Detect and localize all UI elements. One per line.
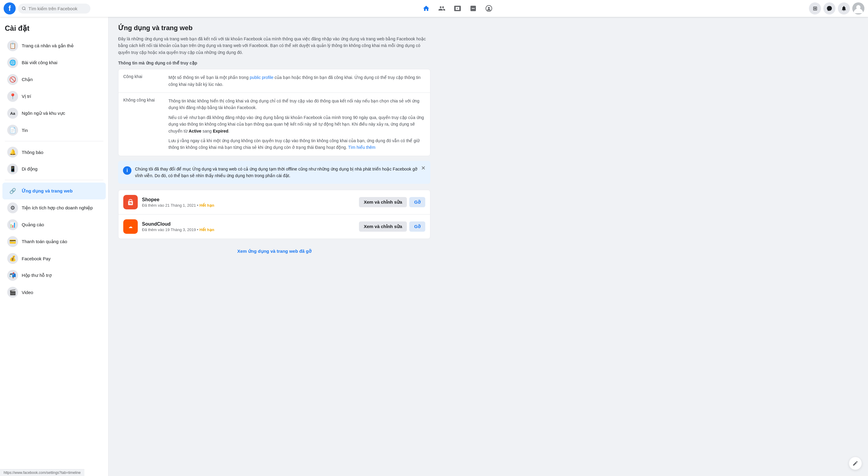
user-avatar[interactable] [852,2,864,14]
friends-icon [438,5,445,12]
sidebar-item-hop-thu[interactable]: 📬 Hộp thư hỗ trợ [2,267,106,284]
soundcloud-view-button[interactable]: Xem và chỉnh sửa [359,221,407,232]
home-icon [423,5,430,12]
close-banner-button[interactable]: ✕ [420,164,427,172]
avatar-image [852,2,864,14]
shopee-view-button[interactable]: Xem và chỉnh sửa [359,197,407,207]
ngon-ngu-icon: Aa [7,108,18,119]
sidebar-divider-2 [5,180,103,180]
ung-dung-label: Ứng dụng và trang web [22,188,73,194]
notifications-btn[interactable] [838,2,850,14]
marketplace-icon [470,5,477,12]
trang-ca-nhan-label: Trang cá nhân và gắn thẻ [22,43,73,49]
section-label: Thông tin mà ứng dụng có thể truy cập [118,61,430,65]
soundcloud-date: Đã thêm vào 19 Tháng 3, 2019 • Hết hạn [142,227,355,232]
sidebar-item-ung-dung[interactable]: 🔗 Ứng dụng và trang web [2,183,106,199]
info-row-public-content: Một số thông tin về bạn là một phần tron… [164,69,430,93]
thanh-toan-icon: 💳 [7,236,18,247]
tin-label: Tin [22,128,28,133]
shopee-icon: 🛍 [123,195,138,210]
shopee-logo: 🛍 [126,198,135,207]
page-description: Đây là những ứng dụng và trang web bạn đ… [118,36,430,56]
bell-icon [841,5,847,11]
trang-ca-nhan-icon: 📋 [7,40,18,51]
soundcloud-name: SoundCloud [142,221,355,227]
sidebar-item-bai-viet[interactable]: 🌐 Bài viết công khai [2,54,106,71]
video-label: Video [22,290,33,295]
video-icon: 🎬 [7,287,18,298]
topnav-right: ⊞ [809,2,864,14]
info-icon: i [123,166,131,175]
sidebar-item-chan[interactable]: 🚫 Chặn [2,71,106,88]
ngon-ngu-label: Ngôn ngữ và khu vực [22,110,65,116]
tien-ich-label: Tiện ích tích hợp cho doanh nghiệp [22,205,93,211]
soundcloud-info: SoundCloud Đã thêm vào 19 Tháng 3, 2019 … [142,221,355,232]
thong-bao-label: Thông báo [22,150,43,155]
quang-cao-icon: 📊 [7,219,18,230]
hop-thu-label: Hộp thư hỗ trợ [22,273,52,278]
messenger-btn[interactable] [824,2,835,14]
home-nav-btn[interactable] [419,1,433,16]
edit-icon [852,460,858,466]
topnav-center [106,1,809,16]
shopee-actions: Xem và chỉnh sửa Gỡ [359,197,425,207]
svg-point-0 [22,7,25,10]
di-dong-label: Di động [22,166,37,172]
shopee-name: Shopee [142,197,355,202]
facebook-pay-label: Facebook Pay [22,256,51,261]
info-table: Công khai Một số thông tin về bạn là một… [118,69,430,156]
watch-nav-btn[interactable] [450,1,465,16]
hop-thu-icon: 📬 [7,270,18,281]
messenger-icon [827,5,832,11]
chan-icon: 🚫 [7,74,18,85]
sidebar-item-tin[interactable]: 📄 Tin [2,122,106,138]
shopee-info: Shopee Đã thêm vào 21 Tháng 1, 2021 • Hế… [142,197,355,208]
sidebar-item-trang-ca-nhan[interactable]: 📋 Trang cá nhân và gắn thẻ [2,37,106,54]
public-profile-link[interactable]: public profile [250,75,274,80]
bai-viet-icon: 🌐 [7,57,18,68]
sidebar-item-tien-ich[interactable]: ⚙ Tiện ích tích hợp cho doanh nghiệp [2,199,106,216]
sidebar-item-vi-tri[interactable]: 📍 Vị trí [2,88,106,105]
search-box[interactable] [18,4,90,13]
tien-ich-icon: ⚙ [7,202,18,213]
soundcloud-remove-button[interactable]: Gỡ [409,221,425,232]
soundcloud-logo: ☁ [126,222,135,231]
shopee-remove-button[interactable]: Gỡ [409,197,425,207]
sidebar-item-thanh-toan[interactable]: 💳 Thanh toán quảng cáo [2,233,106,250]
sidebar-item-thong-bao[interactable]: 🔔 Thông báo [2,144,106,161]
edit-icon-btn[interactable] [849,457,862,470]
soundcloud-icon: ☁ [123,219,138,234]
friends-nav-btn[interactable] [435,1,449,16]
quang-cao-label: Quảng cáo [22,222,44,227]
bai-viet-label: Bài viết công khai [22,60,57,65]
svg-text:☁: ☁ [128,224,133,229]
info-row-private: Không công khai Thông tin khác không hiể… [119,93,430,156]
grid-btn[interactable]: ⊞ [809,2,821,14]
search-icon [22,6,26,11]
shopee-date: Đã thêm vào 21 Tháng 1, 2021 • Hết hạn [142,203,355,208]
facebook-logo[interactable]: f [4,2,16,14]
svg-point-2 [488,7,490,9]
view-removed-link[interactable]: Xem ứng dụng và trang web đã gỡ [118,245,430,258]
search-input[interactable] [28,6,87,11]
facebook-pay-icon: 💰 [7,253,18,264]
groups-nav-btn[interactable] [482,1,496,16]
shopee-status: Hết hạn [199,203,214,208]
sidebar-item-video[interactable]: 🎬 Video [2,284,106,301]
ung-dung-icon: 🔗 [7,186,18,196]
url-bar: https://www.facebook.com/settings?tab=ti… [0,469,84,476]
vi-tri-label: Vị trí [22,94,31,99]
groups-icon [485,5,493,12]
learn-more-link[interactable]: Tìm hiểu thêm [348,145,375,150]
soundcloud-status: Hết hạn [199,227,214,232]
sidebar-item-quang-cao[interactable]: 📊 Quảng cáo [2,216,106,233]
app-item-shopee: 🛍 Shopee Đã thêm vào 21 Tháng 1, 2021 • … [119,190,430,215]
marketplace-nav-btn[interactable] [466,1,480,16]
page-title: Ứng dụng và trang web [118,24,430,32]
info-row-public-label: Công khai [119,69,164,93]
sidebar-item-di-dong[interactable]: 📱 Di động [2,161,106,178]
sidebar-item-facebook-pay[interactable]: 💰 Facebook Pay [2,250,106,267]
sidebar: Cài đặt 📋 Trang cá nhân và gắn thẻ 🌐 Bài… [0,17,108,476]
info-row-private-content: Thông tin khác không hiển thị công khai … [164,93,430,156]
sidebar-item-ngon-ngu[interactable]: Aa Ngôn ngữ và khu vực [2,105,106,122]
